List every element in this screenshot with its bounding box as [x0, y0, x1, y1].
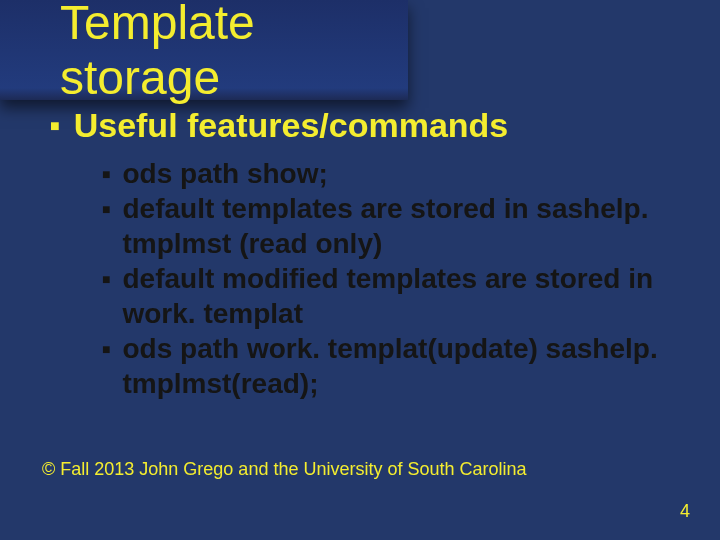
heading-row: ■ Useful features/commands	[30, 105, 690, 146]
list-item: ■ ods path work. templat(update) sashelp…	[102, 331, 690, 401]
list-item: ■ ods path show;	[102, 156, 690, 191]
list-item-text: default templates are stored in sashelp.…	[122, 191, 690, 261]
bullet-icon: ■	[50, 117, 60, 135]
list-item-text: ods path show;	[122, 156, 327, 191]
bullet-icon: ■	[102, 271, 110, 287]
slide-title: Template storage	[60, 0, 408, 105]
sub-list: ■ ods path show; ■ default templates are…	[30, 156, 690, 401]
list-item: ■ default templates are stored in sashel…	[102, 191, 690, 261]
list-item: ■ default modified templates are stored …	[102, 261, 690, 331]
heading-text: Useful features/commands	[74, 105, 509, 146]
bullet-icon: ■	[102, 341, 110, 357]
content-area: ■ Useful features/commands ■ ods path sh…	[30, 105, 690, 401]
list-item-text: default modified templates are stored in…	[122, 261, 690, 331]
page-number: 4	[680, 501, 690, 522]
footer-credit: © Fall 2013 John Grego and the Universit…	[42, 459, 527, 480]
bullet-icon: ■	[102, 201, 110, 217]
list-item-text: ods path work. templat(update) sashelp. …	[122, 331, 690, 401]
bullet-icon: ■	[102, 166, 110, 182]
title-box: Template storage	[0, 0, 408, 100]
